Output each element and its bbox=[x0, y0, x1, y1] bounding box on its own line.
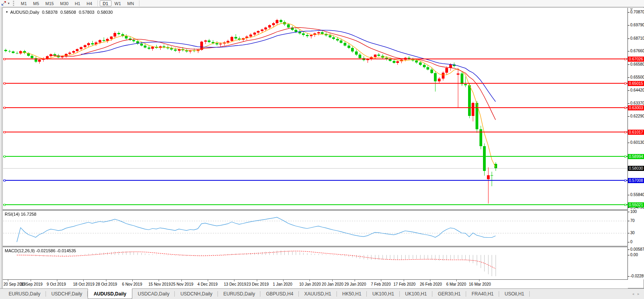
date-tick bbox=[208, 280, 208, 281]
rsi-indicator-label: RSI(14) 16.7258 bbox=[5, 212, 37, 216]
date-tick bbox=[8, 280, 8, 281]
chart-tab-uk100-h1[interactable]: UK100,H1 bbox=[400, 289, 432, 299]
date-label: 20 Jan 2020 bbox=[322, 282, 344, 286]
pane-splitter-rsi[interactable] bbox=[3, 209, 628, 211]
macd-axis-label-dash bbox=[628, 249, 629, 250]
macd-axis-label-dash bbox=[628, 276, 629, 277]
price-tick-label-dash bbox=[628, 90, 629, 91]
rsi-axis-label: 100 bbox=[630, 209, 637, 214]
macd-axis-label: -0.022892 bbox=[630, 274, 644, 278]
date-label: 6 Mar 2020 bbox=[446, 282, 466, 286]
price-tick-label-dash bbox=[628, 77, 629, 78]
chart-tab-usdchf-daily[interactable]: USDCHF,Daily bbox=[46, 289, 88, 299]
chart-shift-marker[interactable] bbox=[630, 8, 633, 11]
ohlc-close: 0.58030 bbox=[97, 10, 113, 15]
chart-tab-audusd-daily[interactable]: AUDUSD,Daily bbox=[88, 288, 132, 299]
timeframe-button-h4[interactable]: H4 bbox=[83, 0, 95, 6]
chart-tab-usoil-h1[interactable]: USOil,H1 bbox=[499, 289, 530, 299]
timeframe-button-d1[interactable]: D1 bbox=[100, 0, 112, 6]
price-axis[interactable]: 0.708700.697900.687100.676600.665800.655… bbox=[628, 8, 644, 279]
date-tick bbox=[430, 280, 430, 281]
macd-axis-label: 0.00 bbox=[630, 253, 638, 257]
tab-prev-arrow-icon[interactable]: ◄ bbox=[631, 292, 635, 296]
timeframe-button-m15[interactable]: M15 bbox=[42, 0, 57, 6]
price-tick-label: 0.66580 bbox=[630, 62, 644, 66]
chart-tab-usdcad-daily[interactable]: USDCAD,Daily bbox=[132, 289, 175, 299]
tool-dropdown-caret[interactable]: ▾ bbox=[8, 2, 9, 5]
chart-tab-eurusd-daily[interactable]: EURUSD,Daily bbox=[218, 289, 261, 299]
price-tick-label-dash bbox=[628, 64, 629, 65]
date-tick bbox=[132, 280, 133, 281]
price-tick-label: 0.64420 bbox=[630, 88, 644, 92]
toolbar-separator bbox=[139, 0, 139, 6]
rsi-axis-label-dash bbox=[628, 233, 629, 233]
chart-tab-eurusd-daily[interactable]: EURUSD,Daily bbox=[3, 289, 46, 299]
date-label: 13 Dec 2019 bbox=[224, 282, 246, 286]
date-tick bbox=[57, 280, 57, 281]
macd-pane-canvas[interactable] bbox=[3, 247, 628, 279]
tab-nav: ◄ ► bbox=[628, 289, 644, 299]
macd-values: -0.021586 -0.014535 bbox=[36, 248, 76, 253]
price-tick-label: 0.63370 bbox=[630, 101, 644, 105]
timeframe-button-m1[interactable]: M1 bbox=[18, 0, 30, 6]
price-tick-label-dash bbox=[628, 207, 629, 208]
date-tick bbox=[83, 280, 84, 281]
timeframe-button-group: M1M5M15M30H1H4D1W1MN bbox=[18, 0, 141, 6]
date-tick bbox=[404, 280, 404, 281]
timeframe-button-m5[interactable]: M5 bbox=[30, 0, 42, 6]
main-chart-canvas[interactable] bbox=[3, 8, 628, 209]
toolbar-separator bbox=[97, 0, 98, 6]
chart-tab-fra40-h1[interactable]: FRA40,H1 bbox=[466, 289, 499, 299]
date-label: 15 Nov 2019 bbox=[148, 282, 171, 286]
date-label: 17 Feb 2020 bbox=[393, 282, 415, 286]
date-label: 1 Jan 2020 bbox=[273, 282, 293, 286]
rsi-pane-canvas[interactable] bbox=[3, 211, 628, 246]
date-label: 10 Jan 2020 bbox=[299, 282, 321, 286]
date-tick bbox=[159, 280, 159, 281]
price-tick-label-dash bbox=[628, 12, 629, 13]
price-tick-label: 0.67660 bbox=[630, 49, 644, 53]
price-line-badge: 0.61017 bbox=[628, 130, 644, 135]
timeframe-button-m30[interactable]: M30 bbox=[57, 0, 71, 6]
chart-tab-hk50-h1[interactable]: HK50,H1 bbox=[337, 289, 367, 299]
timeframe-button-mn[interactable]: MN bbox=[124, 0, 137, 6]
macd-indicator-label: MACD(12,26,9) -0.021586 -0.014535 bbox=[5, 248, 76, 253]
price-tick-label-dash bbox=[628, 51, 629, 51]
one-click-dropdown-icon[interactable]: ▼ bbox=[5, 11, 8, 13]
date-label: 4 Dec 2019 bbox=[198, 282, 218, 286]
chart-tool-icon[interactable] bbox=[1, 0, 7, 6]
date-tick bbox=[355, 280, 355, 281]
date-label: 30 Sep 2019 bbox=[20, 282, 43, 286]
price-line-badge: 0.65015 bbox=[628, 81, 644, 86]
timeframe-button-h1[interactable]: H1 bbox=[71, 0, 83, 6]
date-tick bbox=[381, 280, 381, 281]
chart-tab-usdcnh-daily[interactable]: USDCNH,Daily bbox=[175, 289, 218, 299]
chart-arrows-icon bbox=[1, 0, 7, 6]
price-tick-label: 0.68710 bbox=[630, 36, 644, 40]
tab-next-arrow-icon[interactable]: ► bbox=[637, 292, 640, 296]
price-line-badge: 0.55021 bbox=[628, 202, 644, 207]
date-tick bbox=[106, 280, 106, 281]
pane-splitter-macd[interactable] bbox=[3, 246, 628, 247]
date-label: 28 Oct 2019 bbox=[96, 282, 117, 286]
chart-tabs: EURUSD,DailyUSDCHF,DailyAUDUSD,DailyUSDC… bbox=[3, 289, 530, 299]
price-line-badge: 0.63003 bbox=[628, 105, 644, 110]
chart-tab-ger30-h1[interactable]: GER30,H1 bbox=[432, 289, 466, 299]
chart-tab-uk100-h1[interactable]: UK100,H1 bbox=[367, 289, 399, 299]
date-label: 25 Nov 2019 bbox=[171, 282, 194, 286]
price-tick-label-dash bbox=[628, 25, 629, 26]
price-tick-label-dash bbox=[628, 39, 629, 39]
date-label: 6 Nov 2019 bbox=[122, 282, 142, 286]
date-tick bbox=[257, 280, 257, 281]
rsi-value: 16.7258 bbox=[21, 212, 37, 216]
price-tick-label: 0.55840 bbox=[630, 193, 644, 197]
timeframe-button-w1[interactable]: W1 bbox=[112, 0, 124, 6]
date-axis[interactable]: 20 Sep 201930 Sep 20199 Oct 201918 Oct 2… bbox=[3, 279, 628, 288]
top-toolbar: ▾ M1M5M15M30H1H4D1W1MN bbox=[0, 0, 644, 7]
toolbar-grip[interactable] bbox=[13, 1, 15, 6]
chart-tab-xauusd-h1[interactable]: XAUUSD,H1 bbox=[299, 289, 337, 299]
ohlc-high: 0.58508 bbox=[60, 10, 76, 15]
date-tick bbox=[31, 280, 31, 281]
chart-tab-gbpusd-h4[interactable]: GBPUSD,H4 bbox=[260, 289, 298, 299]
price-tick-label-dash bbox=[628, 195, 629, 195]
